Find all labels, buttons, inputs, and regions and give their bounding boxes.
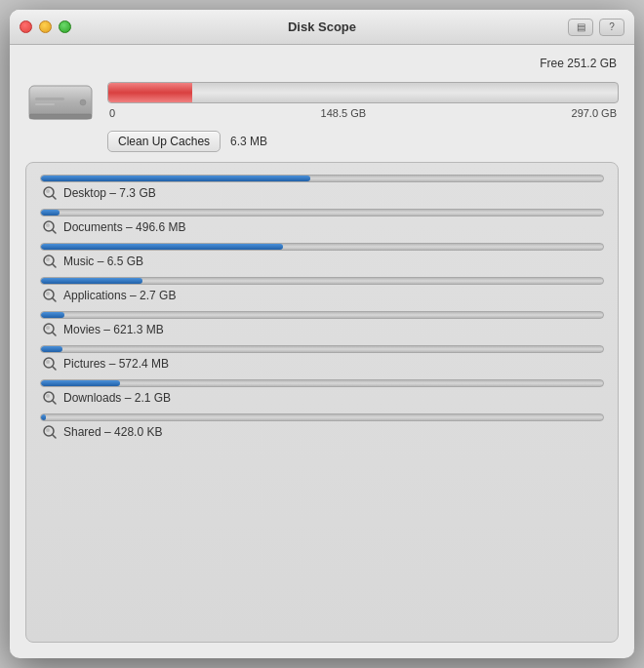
svg-point-16: [46, 292, 50, 295]
item-label-row: Movies – 621.3 MB: [40, 322, 604, 337]
main-content: Free 251.2 GB: [10, 45, 634, 658]
item-label-row: Documents – 496.6 MB: [40, 219, 604, 235]
battery-button[interactable]: ▤: [568, 19, 593, 36]
disk-section: Free 251.2 GB: [25, 57, 619, 152]
close-button[interactable]: [20, 20, 32, 33]
svg-line-27: [53, 435, 56, 438]
item-bar-row: [40, 277, 604, 285]
disk-label-0: 0: [109, 107, 115, 119]
item-label-row: Applications – 2.7 GB: [40, 288, 604, 303]
list-item[interactable]: Downloads – 2.1 GB: [26, 375, 618, 410]
item-label: Documents – 496.6 MB: [63, 220, 185, 234]
svg-line-15: [53, 298, 56, 301]
item-bar-fill: [41, 244, 283, 250]
disk-bar-fill: [108, 83, 192, 102]
folder-search-icon: [42, 356, 58, 372]
disk-label-mid: 148.5 GB: [321, 107, 366, 119]
item-label: Desktop – 7.3 GB: [63, 186, 156, 200]
svg-line-9: [53, 230, 56, 233]
item-label: Applications – 2.7 GB: [63, 289, 176, 302]
svg-line-24: [53, 401, 56, 404]
item-label-row: Shared – 428.0 KB: [40, 424, 604, 440]
item-bar-track: [40, 277, 604, 285]
svg-point-13: [46, 257, 50, 261]
folder-search-icon: [42, 322, 58, 337]
help-icon: ?: [609, 21, 615, 32]
list-item[interactable]: Documents – 496.6 MB: [26, 205, 618, 239]
list-item[interactable]: Shared – 428.0 KB: [26, 410, 618, 444]
maximize-button[interactable]: [59, 20, 71, 33]
svg-line-18: [53, 333, 56, 335]
main-window: Disk Scope ▤ ? Free 251.2 GB: [10, 10, 634, 658]
item-bar-track: [40, 345, 604, 353]
minimize-button[interactable]: [39, 20, 52, 33]
item-bar-row: [40, 175, 604, 182]
item-label-row: Desktop – 7.3 GB: [40, 185, 604, 201]
list-item[interactable]: Applications – 2.7 GB: [26, 273, 618, 307]
folder-search-icon: [42, 254, 58, 269]
item-bar-fill: [41, 380, 120, 386]
cleanup-row: Clean Up Caches 6.3 MB: [25, 131, 619, 152]
titlebar: Disk Scope ▤ ?: [10, 10, 634, 45]
help-button[interactable]: ?: [599, 19, 624, 36]
folder-search-icon: [42, 185, 58, 201]
svg-line-6: [53, 196, 56, 199]
item-label-row: Pictures – 572.4 MB: [40, 356, 604, 372]
cleanup-size: 6.3 MB: [230, 135, 267, 148]
svg-line-21: [53, 367, 56, 370]
svg-point-2: [80, 99, 86, 105]
item-bar-row: [40, 379, 604, 387]
svg-point-10: [46, 223, 50, 227]
item-bar-row: [40, 311, 604, 319]
folder-search-icon: [42, 390, 58, 406]
item-bar-track: [40, 175, 604, 182]
item-bar-row: [40, 345, 604, 353]
disk-icon: [25, 76, 96, 125]
folder-search-icon: [42, 288, 58, 303]
free-label: Free 251.2 GB: [25, 57, 617, 70]
disk-bar-area: 0 148.5 GB 297.0 GB: [107, 82, 619, 119]
cleanup-button[interactable]: Clean Up Caches: [107, 131, 221, 152]
item-bar-row: [40, 209, 604, 216]
item-bar-track: [40, 311, 604, 319]
item-label-row: Downloads – 2.1 GB: [40, 390, 604, 406]
item-label: Pictures – 572.4 MB: [63, 357, 169, 371]
svg-line-12: [53, 264, 56, 267]
item-bar-row: [40, 413, 604, 421]
item-bar-track: [40, 243, 604, 251]
item-label-row: Music – 6.5 GB: [40, 254, 604, 269]
svg-rect-3: [35, 98, 64, 100]
disk-row: 0 148.5 GB 297.0 GB: [25, 76, 619, 125]
battery-icon: ▤: [577, 21, 585, 32]
folder-search-icon: [42, 219, 58, 235]
svg-point-7: [46, 189, 50, 193]
svg-point-25: [46, 394, 50, 398]
folder-search-icon: [42, 424, 58, 440]
svg-point-28: [46, 428, 50, 432]
svg-point-22: [46, 360, 50, 364]
item-bar-fill: [41, 414, 46, 420]
item-bar-track: [40, 379, 604, 387]
item-bar-row: [40, 243, 604, 251]
disk-labels: 0 148.5 GB 297.0 GB: [107, 107, 619, 119]
list-panel[interactable]: Desktop – 7.3 GB Documents – 496.6 MB Mu…: [25, 162, 619, 643]
window-title: Disk Scope: [288, 20, 356, 34]
item-bar-fill: [41, 210, 60, 216]
titlebar-controls: ▤ ?: [568, 19, 624, 36]
list-item[interactable]: Desktop – 7.3 GB: [26, 171, 618, 205]
item-label: Music – 6.5 GB: [63, 255, 143, 268]
item-bar-track: [40, 413, 604, 421]
list-item[interactable]: Pictures – 572.4 MB: [26, 341, 618, 375]
list-item[interactable]: Music – 6.5 GB: [26, 239, 618, 273]
item-label: Movies – 621.3 MB: [63, 323, 164, 336]
item-label: Shared – 428.0 KB: [63, 425, 162, 439]
svg-point-19: [46, 326, 50, 330]
disk-bar-track: [107, 82, 619, 103]
item-bar-fill: [41, 278, 142, 284]
svg-rect-4: [35, 103, 55, 105]
list-item[interactable]: Movies – 621.3 MB: [26, 307, 618, 341]
item-label: Downloads – 2.1 GB: [63, 391, 171, 405]
item-bar-track: [40, 209, 604, 216]
disk-label-max: 297.0 GB: [572, 107, 617, 119]
svg-rect-1: [29, 114, 92, 119]
